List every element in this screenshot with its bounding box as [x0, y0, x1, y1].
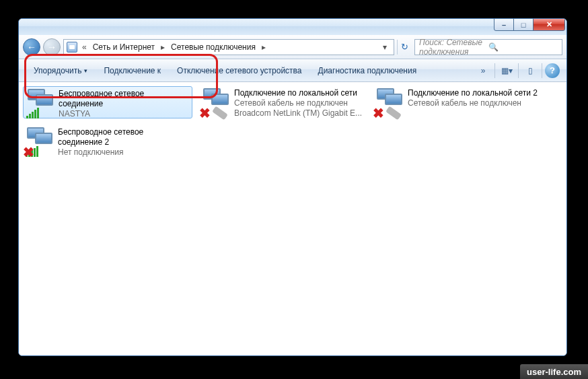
- close-button[interactable]: ✕: [533, 18, 565, 31]
- titlebar: – □ ✕: [19, 19, 566, 35]
- location-icon: [67, 42, 77, 53]
- connection-item-lan[interactable]: ✖ Подключение по локальной сети Сетевой …: [199, 86, 369, 118]
- organize-label: Упорядочить: [34, 66, 81, 75]
- chevron-down-icon: ▾: [509, 66, 513, 75]
- signal-bars-icon: [26, 108, 39, 118]
- item-title: Беспроводное сетевое соединение: [59, 89, 188, 109]
- command-bar: Упорядочить ▾ Подключение к Отключение с…: [19, 59, 566, 82]
- address-dropdown-icon[interactable]: ▾: [379, 42, 391, 52]
- item-title: Беспроводное сетевое соединение 2: [58, 127, 188, 147]
- item-status: Нет подключения: [58, 147, 188, 158]
- separator: [518, 63, 519, 78]
- overflow-chevron-icon[interactable]: »: [474, 63, 492, 78]
- connection-item-lan-2[interactable]: ✖ Подключение по локальной сети 2 Сетево…: [373, 86, 542, 118]
- wifi-adapter-icon: ✖: [27, 127, 54, 154]
- connect-to-button[interactable]: Подключение к: [96, 62, 169, 79]
- chevron-down-icon: ▾: [84, 67, 87, 74]
- search-icon: 🔍: [488, 42, 558, 52]
- item-device: Broadcom NetLink (TM) Gigabit E...: [234, 108, 362, 118]
- address-bar[interactable]: « Сеть и Интернет ▸ Сетевые подключения …: [63, 39, 394, 55]
- explorer-window: – □ ✕ ← → « Сеть и Интернет ▸ Сетевые по…: [18, 18, 567, 356]
- item-status: Сетевой кабель не подключен: [234, 98, 362, 108]
- separator: [494, 63, 495, 78]
- forward-button[interactable]: →: [43, 38, 61, 56]
- item-network-name: NASTYA: [59, 109, 188, 119]
- refresh-button[interactable]: ↻: [397, 40, 412, 55]
- minimize-button[interactable]: –: [494, 18, 514, 31]
- preview-pane-button[interactable]: ▯: [521, 63, 539, 78]
- wifi-adapter-icon: [28, 89, 54, 116]
- error-x-icon: ✖: [373, 107, 385, 119]
- toolbar-right: » ▦ ▾ ▯ ?: [474, 63, 560, 78]
- navigation-bar: ← → « Сеть и Интернет ▸ Сетевые подключе…: [19, 35, 566, 59]
- items-pane: Беспроводное сетевое соединение NASTYA ✖…: [19, 82, 566, 355]
- connection-item-wifi[interactable]: Беспроводное сетевое соединение NASTYA: [23, 86, 192, 118]
- lan-adapter-icon: ✖: [377, 88, 404, 115]
- chevron-right-icon[interactable]: ▸: [159, 42, 167, 52]
- search-input[interactable]: Поиск: Сетевые подключения 🔍: [414, 39, 562, 55]
- error-x-icon: ✖: [23, 146, 35, 158]
- organize-button[interactable]: Упорядочить ▾: [26, 62, 96, 79]
- separator: [542, 63, 542, 78]
- lan-adapter-icon: ✖: [203, 88, 230, 115]
- diagnose-button[interactable]: Диагностика подключения: [310, 62, 425, 79]
- history-chevron-icon[interactable]: «: [80, 42, 89, 52]
- grid-icon: ▦: [501, 66, 509, 75]
- item-title: Подключение по локальной сети: [234, 88, 362, 98]
- maximize-button[interactable]: □: [513, 18, 534, 31]
- breadcrumb-connections[interactable]: Сетевые подключения: [170, 42, 257, 52]
- item-status: Сетевой кабель не подключен: [408, 98, 538, 108]
- breadcrumb-network[interactable]: Сеть и Интернет: [91, 42, 156, 52]
- chevron-right-icon[interactable]: ▸: [260, 42, 268, 52]
- item-title: Подключение по локальной сети 2: [408, 88, 538, 98]
- connection-item-wifi-2[interactable]: ✖ Беспроводное сетевое соединение 2 Нет …: [23, 125, 192, 158]
- back-button[interactable]: ←: [23, 38, 40, 56]
- disable-device-button[interactable]: Отключение сетевого устройства: [169, 62, 309, 79]
- error-x-icon: ✖: [199, 107, 211, 119]
- view-mode-button[interactable]: ▦ ▾: [498, 63, 515, 78]
- help-button[interactable]: ?: [545, 63, 560, 78]
- search-placeholder: Поиск: Сетевые подключения: [419, 38, 488, 57]
- watermark: user-life.com: [520, 364, 588, 379]
